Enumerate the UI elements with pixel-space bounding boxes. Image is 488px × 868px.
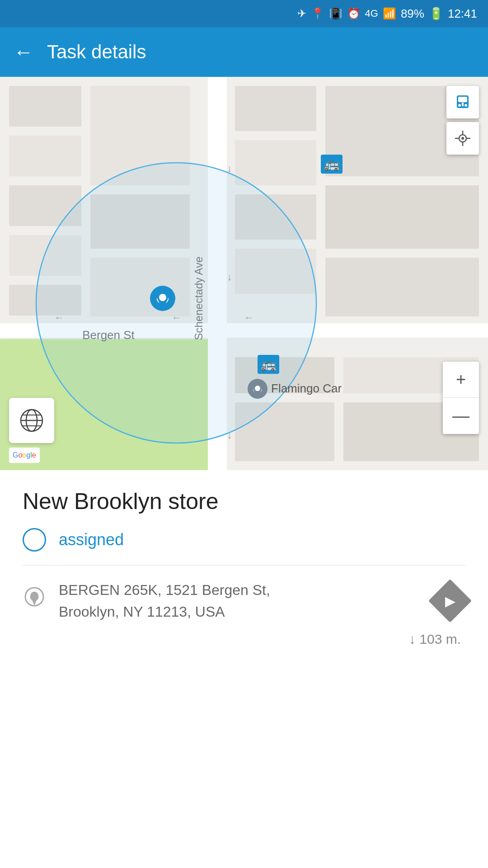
- task-title: New Brooklyn store: [23, 488, 465, 514]
- navigate-icon: ▶: [445, 593, 455, 609]
- vibrate-icon: 📳: [329, 7, 343, 20]
- location-icon: 📍: [311, 7, 324, 20]
- svg-point-59: [461, 137, 464, 140]
- locate-me-button[interactable]: [446, 122, 479, 155]
- globe-icon-button[interactable]: [9, 398, 54, 443]
- status-row: assigned: [23, 528, 465, 552]
- task-details-panel: New Brooklyn store assigned BERGEN 265K,…: [0, 470, 488, 660]
- battery-icon: 🔋: [429, 7, 443, 21]
- svg-point-51: [458, 104, 461, 107]
- page-title: Task details: [47, 41, 146, 63]
- battery-percent: 89%: [401, 7, 424, 21]
- address-line2: Brooklyn, NY 11213, USA: [59, 604, 225, 620]
- svg-rect-5: [9, 86, 81, 127]
- svg-text:🚌: 🚌: [261, 357, 277, 372]
- transit-button[interactable]: [446, 86, 479, 118]
- satellite-icon: ✈: [297, 7, 306, 20]
- status-circle-icon: [23, 528, 46, 552]
- svg-point-35: [159, 294, 166, 301]
- svg-text:🚌: 🚌: [324, 156, 340, 171]
- clock: 12:41: [448, 7, 477, 21]
- signal-icon: 📶: [383, 7, 396, 20]
- back-button[interactable]: ←: [14, 41, 33, 63]
- navigate-button[interactable]: ▶: [428, 579, 472, 623]
- locate-icon: [454, 130, 471, 147]
- svg-rect-19: [325, 258, 479, 316]
- map-view[interactable]: ↓ ↓ ↓ ← ← ← Bergen St Schenectady Ave Fl…: [0, 77, 488, 470]
- globe-icon: [18, 407, 45, 434]
- svg-point-52: [465, 104, 467, 107]
- address-row: BERGEN 265K, 1521 Bergen St, Brooklyn, N…: [23, 579, 465, 623]
- svg-rect-14: [235, 140, 316, 185]
- svg-point-32: [36, 163, 316, 443]
- alarm-icon: ⏰: [347, 7, 361, 20]
- status-bar: ✈ 📍 📳 ⏰ 4G 📶 89% 🔋 12:41: [0, 0, 488, 27]
- svg-text:Flamingo Car: Flamingo Car: [271, 382, 342, 395]
- svg-rect-13: [235, 86, 316, 131]
- address-text: BERGEN 265K, 1521 Bergen St, Brooklyn, N…: [59, 579, 422, 623]
- zoom-out-button[interactable]: —: [443, 398, 479, 434]
- status-label: assigned: [59, 530, 124, 549]
- svg-point-38: [255, 386, 260, 391]
- map-svg: ↓ ↓ ↓ ← ← ← Bergen St Schenectady Ave Fl…: [0, 77, 488, 470]
- divider: [23, 565, 465, 566]
- svg-rect-53: [462, 103, 464, 106]
- transit-icon: [454, 94, 471, 111]
- distance-row: ↓ 103 m.: [23, 632, 465, 647]
- network-icon: 4G: [365, 8, 378, 19]
- address-line1: BERGEN 265K, 1521 Bergen St,: [59, 582, 270, 598]
- zoom-controls: + —: [443, 362, 479, 434]
- map-controls: [446, 86, 479, 155]
- svg-rect-18: [325, 185, 479, 249]
- zoom-in-button[interactable]: +: [443, 362, 479, 398]
- address-pin-icon: [23, 587, 46, 615]
- svg-rect-6: [9, 136, 81, 176]
- distance-text: ↓ 103 m.: [409, 632, 461, 647]
- app-bar: ← Task details: [0, 27, 488, 77]
- google-logo: Google: [9, 448, 40, 463]
- svg-rect-50: [458, 97, 467, 102]
